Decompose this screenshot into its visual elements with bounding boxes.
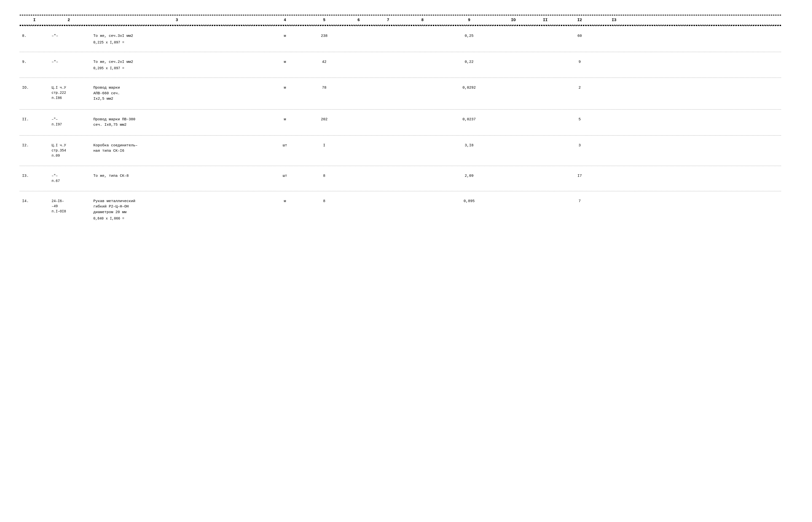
row9-col9: 0,22 [442, 59, 496, 65]
header-col-4: 4 [265, 18, 304, 22]
row12-col12: 3 [560, 143, 599, 148]
row10-col1: IO. [20, 85, 49, 91]
row9-col4: м [265, 59, 304, 65]
row14-col5: 8 [304, 199, 344, 204]
row10-col9: 0,0292 [442, 85, 496, 91]
table-row: I3. –"– п.67 То же, типа СК–8 шт 8 2,09 [20, 166, 781, 191]
row8-col12: 60 [560, 34, 599, 39]
row11-col3: Провод марки ПВ-380 сеч. Iх0,75 мм2 [88, 117, 265, 128]
row11-col5: 202 [304, 117, 344, 122]
row12-col2: Ц.I ч.У стр.354 п.09 [49, 143, 88, 158]
header-col-3: 3 [88, 18, 265, 22]
header-col-13: I3 [599, 18, 629, 22]
row14-col12: 7 [560, 199, 599, 204]
row12-col3: Коробка соединитель– ная типа СК–I6 [88, 143, 265, 154]
row10-col2: Ц.I ч.У стр.222 п.I86 [49, 85, 88, 101]
header-col-11: II [531, 18, 560, 22]
row10-col3: Провод марки АПВ-660 сеч. Iх2,5 мм2 [88, 85, 265, 102]
row9-col5: 42 [304, 59, 344, 65]
row13-col9: 2,09 [442, 173, 496, 179]
table-row: 8. –"– То же, сеч.3хI мм2 0,225 x I,097 … [20, 26, 781, 52]
row10-col5: 78 [304, 85, 344, 91]
row13-col3: То же, типа СК–8 [88, 173, 265, 179]
row11-col2: –"– п.I97 [49, 117, 88, 127]
row13-col5: 8 [304, 173, 344, 179]
table-row: 9. –"– То же, сеч.2хI мм2 0,205 x I,097 … [20, 52, 781, 78]
row14-col4: м [265, 199, 304, 204]
row13-col4: шт [265, 173, 304, 179]
table-row: I4. 24–I6– –49 п.I–OI8 Рукав металлическ… [20, 191, 781, 228]
row10-col4: м [265, 85, 304, 91]
row12-col4: шт [265, 143, 304, 148]
table-row: IO. Ц.I ч.У стр.222 п.I86 Провод марки А… [20, 78, 781, 109]
row8-col3: То же, сеч.3хI мм2 0,225 x I,097 = [88, 34, 265, 44]
row11-col1: II. [20, 117, 49, 122]
header-col-1: I [20, 18, 49, 22]
header-col-7: 7 [373, 18, 403, 22]
table-row: II. –"– п.I97 Провод марки ПВ-380 сеч. I… [20, 109, 781, 136]
row12-col9: 3,I8 [442, 143, 496, 148]
row14-col9: 0,895 [442, 199, 496, 204]
header-col-6: 6 [344, 18, 373, 22]
row8-col1: 8. [20, 34, 49, 39]
row13-col12: I7 [560, 173, 599, 179]
row14-col3: Рукав металлический гибкий Р2–Ц–Н–ОН диа… [88, 199, 265, 221]
row13-col1: I3. [20, 173, 49, 179]
header-col-5: 5 [304, 18, 344, 22]
row8-col2: –"– [49, 34, 88, 39]
row14-col2: 24–I6– –49 п.I–OI8 [49, 199, 88, 214]
header-col-10: IO [496, 18, 531, 22]
row8-col4: м [265, 34, 304, 39]
row14-col1: I4. [20, 199, 49, 204]
row9-col2: –"– [49, 59, 88, 65]
row12-col1: I2. [20, 143, 49, 148]
row11-col4: м [265, 117, 304, 122]
header-col-9: 9 [442, 18, 496, 22]
row9-col1: 9. [20, 59, 49, 65]
row11-col12: 5 [560, 117, 599, 122]
row11-col9: 0,0237 [442, 117, 496, 122]
row8-col5: 238 [304, 34, 344, 39]
header-col-12: I2 [560, 18, 599, 22]
row9-col3: То же, сеч.2хI мм2 0,205 x I,097 = [88, 59, 265, 71]
page-container: I 2 3 4 5 6 7 8 9 IO II I2 I3 8. –"– То … [0, 0, 812, 522]
row12-col5: I [304, 143, 344, 148]
header-row: I 2 3 4 5 6 7 8 9 IO II I2 I3 [20, 16, 781, 25]
row9-col12: 9 [560, 59, 599, 65]
row10-col12: 2 [560, 85, 599, 91]
table-row: I2. Ц.I ч.У стр.354 п.09 Коробка соедини… [20, 136, 781, 166]
row8-col9: 0,25 [442, 34, 496, 39]
row13-col2: –"– п.67 [49, 173, 88, 184]
table-wrapper: I 2 3 4 5 6 7 8 9 IO II I2 I3 8. –"– То … [20, 15, 781, 228]
header-col-8: 8 [403, 18, 442, 22]
header-col-2: 2 [49, 18, 88, 22]
